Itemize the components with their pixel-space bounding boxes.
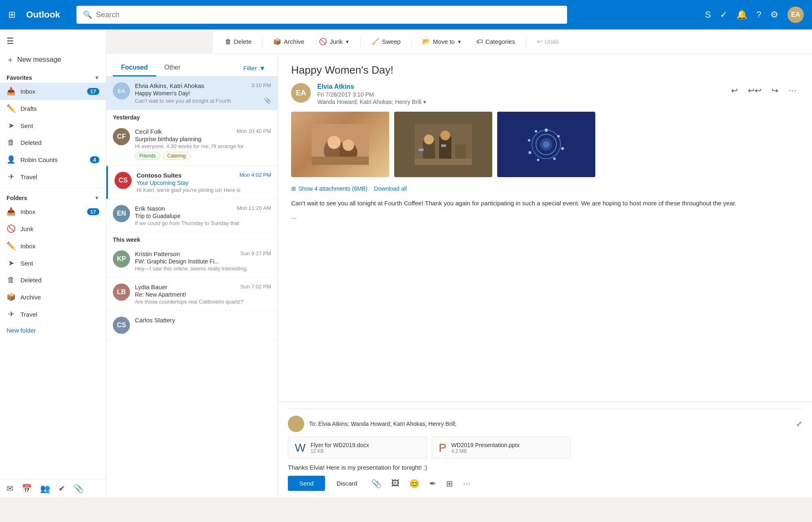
move-to-button[interactable]: 📂 Move to ▼ xyxy=(417,35,467,48)
avatar[interactable]: EA xyxy=(787,7,804,23)
sweep-button[interactable]: 🧹 Sweep xyxy=(366,35,406,48)
forward-button[interactable]: ↪ xyxy=(769,83,781,98)
sidebar-folder-archive[interactable]: 📦 Archive xyxy=(0,288,106,306)
toolbar-sep-2 xyxy=(360,36,361,47)
detail-sender-avatar: EA xyxy=(291,83,311,103)
sidebar-bottom: ✉ 📅 👥 ✔ 📎 xyxy=(0,479,106,497)
sidebar-folder-sent[interactable]: ➤ Sent xyxy=(0,254,106,272)
sidebar-folder-inbox[interactable]: 📥 Inbox 17 xyxy=(0,203,106,220)
sidebar-folder-junk[interactable]: 🚫 Junk xyxy=(0,220,106,237)
check-icon[interactable]: ✓ xyxy=(720,9,727,20)
content-area: 🗑 Delete 📦 Archive 🚫 Junk ▼ 🧹 Sweep 📂 xyxy=(106,29,812,497)
sidebar-folder-travel[interactable]: ✈ Travel xyxy=(0,306,106,323)
top-navigation: ⊞ Outlook 🔍 S ✓ 🔔 ? ⚙ EA xyxy=(0,0,812,29)
more-reply-icon[interactable]: ⋯ xyxy=(460,476,473,491)
attachment-card-1[interactable]: W Flyer for WD2019.docx 12 KB xyxy=(288,437,427,459)
more-actions-button[interactable]: ⋯ xyxy=(786,83,799,98)
folder-sent-icon: ➤ xyxy=(7,259,16,268)
expand-recipients-icon[interactable]: ▾ xyxy=(423,99,426,105)
email-avatar-7: CS xyxy=(113,317,130,334)
svg-point-10 xyxy=(424,135,434,144)
sidebar-item-robin[interactable]: 👤 Robin Counts 4 xyxy=(0,151,106,168)
show-attachments-button[interactable]: ⊞ Show 4 attachments (6MB) xyxy=(291,185,368,192)
sent-icon: ➤ xyxy=(7,121,16,130)
reply-text[interactable]: Thanks Elvia! Here is my presentation fo… xyxy=(288,464,802,471)
categories-icon: 🏷 xyxy=(476,38,483,45)
move-to-dropdown-icon: ▼ xyxy=(457,39,462,44)
sidebar-folder-deleted[interactable]: 🗑 Deleted xyxy=(0,272,106,288)
email-item-2[interactable]: CF Cecil Folk Mon 10:40 PM Surprise birt… xyxy=(106,122,278,166)
sidebar-item-travel[interactable]: ✈ Travel xyxy=(0,168,106,185)
svg-rect-5 xyxy=(312,157,369,165)
sidebar-item-sent[interactable]: ➤ Sent xyxy=(0,117,106,134)
image-reply-icon[interactable]: 🖼 xyxy=(389,476,402,491)
tab-other[interactable]: Other xyxy=(156,60,189,76)
attach-bottom-icon[interactable]: 📎 xyxy=(74,484,84,493)
emoji-reply-icon[interactable]: 😊 xyxy=(407,476,422,491)
detail-more-button[interactable]: ... xyxy=(291,213,799,220)
attach-reply-icon[interactable]: 📎 xyxy=(369,476,384,491)
show-attachments-label: Show 4 attachments (6MB) xyxy=(298,185,368,192)
avatar-initials-1: EA xyxy=(118,88,125,94)
image-svg-2 xyxy=(415,124,472,165)
junk-button[interactable]: 🚫 Junk ▼ xyxy=(313,35,355,48)
sender-2: Cecil Folk xyxy=(135,128,162,135)
move-to-label: Move to xyxy=(433,38,455,45)
detail-image-1 xyxy=(291,112,389,177)
email-top-6: Lydia Bauer Sun 7:02 PM xyxy=(135,284,271,290)
preview-1: Can't wait to see you all tonight at Fou… xyxy=(135,97,271,104)
tasks-bottom-icon[interactable]: ✔ xyxy=(58,484,65,493)
new-folder-button[interactable]: New folder xyxy=(0,323,106,338)
delete-button[interactable]: 🗑 Delete xyxy=(219,36,257,48)
people-bottom-icon[interactable]: 👥 xyxy=(40,484,50,493)
email-item-4[interactable]: EN Erik Nason Mon 11:20 AM Trip to Guada… xyxy=(106,199,278,232)
email-top-5: Kristin Patterson Sun 9:27 PM xyxy=(135,250,271,257)
signature-reply-icon[interactable]: ✒ xyxy=(427,476,439,491)
archive-button[interactable]: 📦 Archive xyxy=(267,35,310,48)
sidebar-item-inbox[interactable]: 📥 Inbox 17 xyxy=(0,83,106,100)
hamburger-icon[interactable]: ☰ xyxy=(7,36,14,46)
email-item-6[interactable]: LB Lydia Bauer Sun 7:02 PM Re: New Apart… xyxy=(106,278,278,311)
attach-name-2: WD2019 Presentation.pptx xyxy=(451,442,520,448)
discard-button[interactable]: Discard xyxy=(330,476,364,491)
reply-area: To: Elvia Atkins; Wanda Howard; Katri Ah… xyxy=(278,402,812,497)
mail-bottom-icon[interactable]: ✉ xyxy=(7,484,13,493)
sidebar-item-deleted[interactable]: 🗑 Deleted xyxy=(0,134,106,151)
new-message-button[interactable]: ＋ New message xyxy=(0,49,106,70)
email-item-7[interactable]: CS Carlos Slattery xyxy=(106,311,278,340)
filter-button[interactable]: Filter ▼ xyxy=(238,61,271,75)
categories-button[interactable]: 🏷 Categories xyxy=(471,36,521,48)
search-input[interactable] xyxy=(96,11,561,19)
detail-body: ⊞ Show 4 attachments (6MB) Download all … xyxy=(278,112,812,402)
folders-section-header[interactable]: Folders ▼ xyxy=(0,191,106,203)
email-item-3[interactable]: CS Contoso Suites Mon 4:02 PM Your Upcom… xyxy=(106,166,278,199)
sidebar-folder-inbox2[interactable]: ✏️ Inbox xyxy=(0,237,106,254)
bell-icon[interactable]: 🔔 xyxy=(736,9,747,20)
tab-focused[interactable]: Focused xyxy=(113,60,156,76)
attachment-card-2[interactable]: P WD2019 Presentation.pptx 4.2 MB xyxy=(432,437,571,459)
calendar-bottom-icon[interactable]: 📅 xyxy=(22,484,32,493)
email-item-5[interactable]: KP Kristin Patterson Sun 9:27 PM FW: Gra… xyxy=(106,245,278,278)
reply-all-button[interactable]: ↩↩ xyxy=(745,83,764,98)
skype-icon[interactable]: S xyxy=(705,9,711,20)
send-button[interactable]: Send xyxy=(288,476,325,491)
detail-header: Happy Women's Day! EA Elvia Atkins Fri 7… xyxy=(278,54,812,112)
reply-expand-button[interactable]: ⤢ xyxy=(796,419,802,428)
folder-travel-icon: ✈ xyxy=(7,310,16,319)
email-item-1[interactable]: EA Elvia Atkins, Katri Ahokas 3:10 PM Ha… xyxy=(106,76,278,110)
undo-button[interactable]: ↩ Undo xyxy=(531,35,565,48)
table-reply-icon[interactable]: ⊞ xyxy=(444,476,455,491)
detail-actions: ↩ ↩↩ ↪ ⋯ xyxy=(729,83,799,98)
favorites-section-header[interactable]: Favorites ▼ xyxy=(0,70,106,83)
reply-button[interactable]: ↩ xyxy=(729,83,740,98)
svg-rect-9 xyxy=(455,144,466,159)
subject-4: Trip to Guadalupe xyxy=(135,213,271,219)
download-all-label[interactable]: Download all xyxy=(374,185,407,192)
detail-attachments-row[interactable]: ⊞ Show 4 attachments (6MB) Download all xyxy=(291,185,799,192)
help-icon[interactable]: ? xyxy=(756,9,761,20)
app-grid-icon[interactable]: ⊞ xyxy=(8,9,16,20)
settings-icon[interactable]: ⚙ xyxy=(770,9,778,20)
sidebar-item-drafts[interactable]: ✏️ Drafts xyxy=(0,100,106,117)
image-svg-1 xyxy=(312,124,369,165)
email-content-7: Carlos Slattery xyxy=(135,317,271,324)
